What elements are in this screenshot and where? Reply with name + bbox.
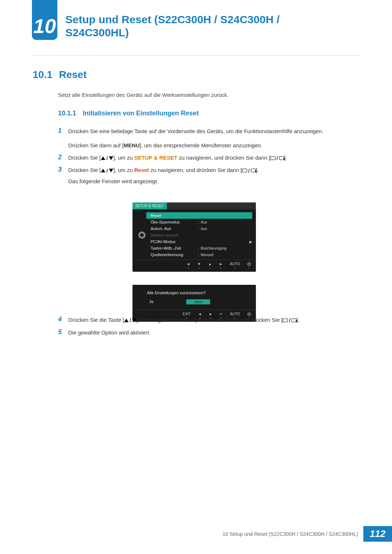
osd-menu-row: PC/AV-Modus▶ (148, 238, 252, 245)
confirm-question: Alle Einstellungen zurücksetzen? (147, 291, 252, 295)
step-1-text-a: Drücken Sie eine beliebige Taste auf der… (68, 127, 323, 135)
up-icon (101, 156, 105, 160)
page-number: 112 (363, 526, 392, 542)
enter-icon (251, 169, 256, 172)
osd-nav-btn: ►▾ (219, 262, 222, 270)
osd-nav-btn: ⏻▾ (247, 262, 251, 270)
step-number: 2 (58, 153, 68, 163)
source-icon (242, 169, 247, 172)
osd-nav-btn: ◄▾ (187, 262, 190, 270)
step-1-text-b: Drücken Sie dann auf [MENU], um das ents… (68, 141, 323, 149)
step-3-text: Drücken Sie [/], um zu Reset zu navigier… (68, 166, 259, 185)
down-icon (109, 169, 113, 172)
osd-menu-title: SETUP & RESET (132, 202, 167, 209)
down-icon (109, 156, 113, 160)
step-5: 5 Die gewählte Option wird aktiviert. (58, 328, 356, 337)
step-2-text: Drücken Sie [/], um zu SETUP & RESET zu … (68, 153, 287, 163)
chapter-number: 10 (33, 14, 56, 38)
source-icon (283, 319, 288, 322)
footer-text: 10 Setup und Reset (S22C300H / S24C300H … (222, 531, 363, 537)
step-number: 1 (58, 127, 68, 150)
up-icon (124, 319, 128, 322)
osd-nav-btn: AUTO▾ (230, 262, 240, 270)
step-3: 3 Drücken Sie [/], um zu Reset zu navigi… (58, 166, 356, 185)
subsection-number: 10.1.1 (58, 110, 76, 117)
enter-icon (291, 319, 297, 322)
gear-icon (138, 231, 146, 239)
osd-menu-row: Autom. Aus:Aus (148, 225, 252, 232)
step-3-after: Das folgende Fenster wird angezeigt. (68, 177, 259, 185)
osd-nav-bar: ◄▾▼▾▲▾►▾AUTO▾⏻▾ (132, 259, 256, 272)
chapter-title: Setup und Reset (S22C300H / S24C300H / S… (65, 13, 341, 39)
section-heading: 10.1Reset (33, 69, 87, 81)
osd-menu-row: Reset (146, 212, 252, 219)
confirm-yes: Ja (149, 299, 154, 304)
section-title: Reset (59, 69, 87, 80)
down-icon (132, 319, 136, 322)
footer: 10 Setup und Reset (S22C300H / S24C300H … (222, 526, 392, 542)
osd-menu-row: Tasten-Wdh.-Zeit:Beschleunigung (148, 245, 252, 251)
chapter-badge: 10 (32, 0, 57, 40)
chevron-right-icon: ▶ (249, 240, 252, 244)
step-5-text: Die gewählte Option wird aktiviert. (68, 328, 151, 337)
reset-highlight: Reset (134, 167, 149, 173)
step-2: 2 Drücken Sie [/], um zu SETUP & RESET z… (58, 153, 356, 163)
enter-icon (279, 156, 284, 160)
step-number: 3 (58, 166, 68, 185)
subsection-heading: 10.1.1Initialisieren von Einstellungen R… (58, 110, 199, 117)
step-1: 1 Drücken Sie eine beliebige Taste auf d… (58, 127, 356, 150)
step-4: 4 Drücken Sie die Taste [/] um zur gewün… (58, 316, 356, 325)
menu-button-label: MENU (124, 142, 140, 148)
osd-menu-row: Danach aussch. (148, 232, 252, 238)
subsection-title: Initialisieren von Einstellungen Reset (83, 110, 199, 117)
source-icon (270, 156, 275, 160)
step-number: 5 (58, 328, 68, 337)
title-divider (33, 55, 359, 56)
osd-menu-row: Öko-Sparmodus:Aus (148, 219, 252, 225)
osd-menu-screenshot: SETUP & RESET ResetÖko-Sparmodus:AusAuto… (132, 202, 256, 272)
intro-text: Setzt alle Einstellungen des Geräts auf … (58, 92, 229, 98)
osd-nav-btn: ▼▾ (197, 262, 201, 270)
osd-menu-row: Quellenerkennung:Manuell (148, 251, 252, 258)
confirm-no-selected: Nein (186, 299, 211, 304)
step-4-text: Drücken Sie die Taste [/] um zur gewünsc… (68, 316, 299, 325)
section-number: 10.1 (33, 69, 53, 80)
step-number: 4 (58, 316, 68, 325)
osd-nav-btn: ▲▾ (208, 262, 212, 270)
setup-reset-highlight: SETUP & RESET (134, 155, 177, 161)
up-icon (101, 169, 105, 172)
